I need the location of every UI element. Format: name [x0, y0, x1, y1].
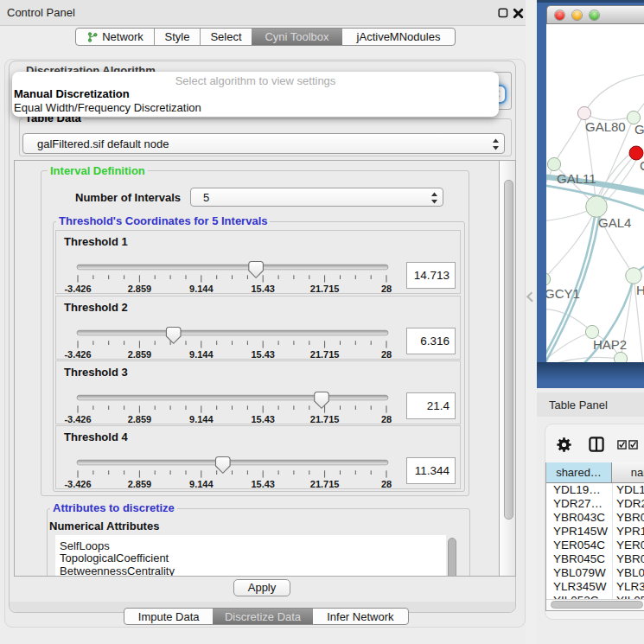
svg-text:2.859: 2.859	[128, 479, 152, 489]
svg-text:2.859: 2.859	[128, 414, 152, 424]
svg-text:-3.426: -3.426	[64, 414, 91, 424]
svg-text:9.144: 9.144	[189, 349, 214, 360]
svg-text:15.43: 15.43	[251, 414, 275, 424]
svg-text:GAL80: GAL80	[585, 119, 626, 134]
svg-text:-3.426: -3.426	[64, 349, 91, 360]
svg-text:15.43: 15.43	[251, 284, 275, 294]
svg-text:GAL4: GAL4	[598, 215, 631, 230]
svg-text:28: 28	[381, 414, 392, 424]
svg-text:21.715: 21.715	[310, 284, 340, 294]
svg-text:GCY1: GCY1	[546, 286, 580, 301]
svg-text:21.715: 21.715	[310, 414, 340, 424]
svg-text:15.43: 15.43	[251, 349, 275, 360]
svg-text:21.715: 21.715	[310, 349, 340, 360]
svg-text:9.144: 9.144	[189, 479, 214, 489]
svg-text:GAL11: GAL11	[557, 171, 596, 186]
svg-text:28: 28	[381, 284, 392, 294]
svg-text:21.715: 21.715	[310, 479, 340, 489]
svg-text:GA: GA	[634, 122, 644, 137]
svg-text:H: H	[636, 283, 644, 297]
svg-text:C: C	[640, 158, 644, 173]
svg-text:9.144: 9.144	[189, 284, 214, 294]
svg-text:15.43: 15.43	[251, 479, 275, 489]
svg-text:-3.426: -3.426	[64, 284, 91, 294]
svg-text:28: 28	[381, 349, 392, 360]
svg-text:HAP2: HAP2	[593, 337, 627, 352]
svg-text:9.144: 9.144	[189, 414, 214, 424]
svg-text:28: 28	[381, 479, 392, 489]
svg-text:-3.426: -3.426	[64, 479, 91, 489]
svg-text:2.859: 2.859	[128, 349, 152, 360]
svg-text:2.859: 2.859	[128, 284, 152, 294]
